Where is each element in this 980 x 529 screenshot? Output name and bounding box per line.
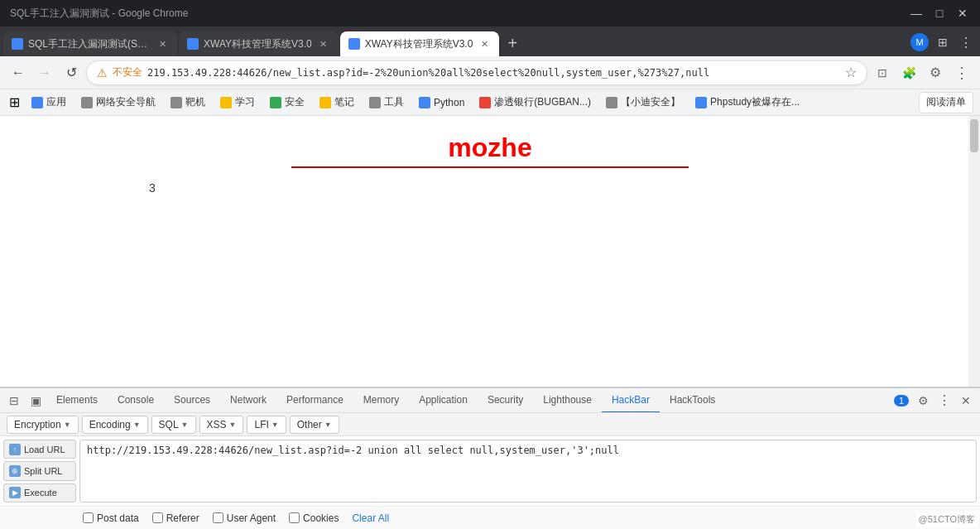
cookies-checkbox[interactable] <box>289 512 300 523</box>
tab-favicon-3 <box>348 38 360 50</box>
encryption-arrow-icon: ▼ <box>64 421 71 429</box>
lfi-label: LFI <box>254 419 268 430</box>
bookmark-favicon-8 <box>419 97 430 108</box>
bookmark-python[interactable]: Python <box>412 92 471 113</box>
sql-arrow-icon: ▼ <box>181 421 189 429</box>
tab-hacktools[interactable]: HackTools <box>660 388 725 413</box>
tab-elements[interactable]: Elements <box>46 388 108 413</box>
reading-list-button[interactable]: 阅读清单 <box>919 92 973 113</box>
extensions-button[interactable]: ⊞ <box>932 31 954 53</box>
watermark: @51CTO博客 <box>915 512 978 527</box>
bookmark-target[interactable]: 靶机 <box>164 92 212 113</box>
tab-close-1[interactable]: ✕ <box>156 37 169 50</box>
devtools-tab-bar: ⊟ ▣ Elements Console Sources Network Per… <box>0 388 980 413</box>
bookmark-tools[interactable]: 工具 <box>363 92 411 113</box>
tab-3[interactable]: XWAY科技管理系统V3.0 ✕ <box>340 31 500 56</box>
user-agent-checkbox-label[interactable]: User Agent <box>213 512 276 524</box>
encoding-menu-button[interactable]: Encoding ▼ <box>82 416 148 434</box>
security-warning-icon: ⚠ <box>97 66 108 79</box>
referer-label: Referer <box>166 512 199 524</box>
bookmark-star-button[interactable]: ☆ <box>845 65 857 80</box>
tab-sources[interactable]: Sources <box>164 388 220 413</box>
bookmark-bugban[interactable]: 渗透银行(BUGBAN...) <box>473 92 598 113</box>
maximize-button[interactable]: □ <box>929 2 950 24</box>
devtools-settings-button[interactable]: ⚙ <box>912 390 934 411</box>
encryption-menu-button[interactable]: Encryption ▼ <box>7 416 79 434</box>
bookmark-favicon-1 <box>31 97 43 108</box>
load-url-button[interactable]: ↑ Load URL <box>3 440 76 459</box>
bookmark-network[interactable]: 网络安全导航 <box>74 92 162 113</box>
tab-close-2[interactable]: ✕ <box>317 37 330 50</box>
bookmark-label-1: 应用 <box>46 95 66 109</box>
referer-checkbox[interactable] <box>152 512 163 523</box>
split-url-button[interactable]: ⊕ Split URL <box>3 461 76 480</box>
post-data-label: Post data <box>97 512 139 524</box>
scrollbar-thumb[interactable] <box>970 119 978 152</box>
bookmark-apps[interactable]: 应用 <box>25 92 73 113</box>
post-data-checkbox-label[interactable]: Post data <box>83 512 139 524</box>
settings-button[interactable]: ⚙ <box>924 61 947 84</box>
execute-button[interactable]: ▶ Execute <box>3 483 76 503</box>
user-agent-checkbox[interactable] <box>213 512 223 523</box>
panel-toggle-button[interactable]: ⊟ <box>3 390 25 411</box>
split-url-label: Split URL <box>24 466 62 476</box>
minimize-button[interactable]: — <box>906 2 927 24</box>
xss-menu-button[interactable]: XSS ▼ <box>199 416 244 434</box>
tab-2[interactable]: XWAY科技管理系统V3.0 ✕ <box>179 31 339 56</box>
tab-hackbar[interactable]: HackBar <box>602 388 660 413</box>
page-title: mozhe <box>448 132 531 163</box>
tab-1[interactable]: SQL手工注入漏洞测试(Sql Serve... ✕ <box>3 31 177 56</box>
encoding-label: Encoding <box>89 419 131 430</box>
bookmark-learn[interactable]: 学习 <box>214 92 262 113</box>
new-tab-button[interactable]: + <box>501 31 524 55</box>
bookmark-label-3: 靶机 <box>185 95 205 109</box>
tab-lighthouse[interactable]: Lighthouse <box>533 388 602 413</box>
bookmark-security[interactable]: 安全 <box>263 92 311 113</box>
tab-console[interactable]: Console <box>108 388 164 413</box>
address-bar: ← → ↺ ⚠ 不安全 219.153.49.228:44626/new_lis… <box>0 56 980 89</box>
more-menu-button[interactable]: ⋮ <box>950 61 973 84</box>
forward-button[interactable]: → <box>33 61 56 84</box>
encryption-label: Encryption <box>14 419 61 430</box>
page-title-underline <box>291 166 689 168</box>
panel-dock-button[interactable]: ▣ <box>25 390 46 411</box>
bookmark-favicon-7 <box>369 97 381 108</box>
hackbar-toolbar: Encryption ▼ Encoding ▼ SQL ▼ XSS ▼ LFI … <box>0 413 980 436</box>
bookmark-label-6: 笔记 <box>334 95 354 109</box>
bookmark-label-5: 安全 <box>285 95 305 109</box>
devtools-more-button[interactable]: ⋮ <box>934 390 955 411</box>
bookmark-favicon-2 <box>81 97 93 108</box>
bookmark-phpstudy[interactable]: Phpstudy被爆存在... <box>689 92 806 113</box>
lfi-menu-button[interactable]: LFI ▼ <box>247 416 286 434</box>
screen-cast-button[interactable]: ⊡ <box>871 61 894 84</box>
reload-button[interactable]: ↺ <box>60 61 83 84</box>
tab-performance[interactable]: Performance <box>276 388 353 413</box>
xss-arrow-icon: ▼ <box>229 421 237 429</box>
bookmark-notes[interactable]: 笔记 <box>313 92 361 113</box>
bookmark-xiaodi[interactable]: 【小迪安全】 <box>599 92 687 113</box>
hackbar-buttons-panel: ↑ Load URL ⊕ Split URL ▶ Execute <box>3 440 76 503</box>
post-data-checkbox[interactable] <box>83 512 94 523</box>
tab-title-1: SQL手工注入漏洞测试(Sql Serve... <box>28 37 151 51</box>
close-button[interactable]: ✕ <box>952 2 973 24</box>
tab-application[interactable]: Application <box>409 388 478 413</box>
cookies-checkbox-label[interactable]: Cookies <box>289 512 339 524</box>
devtools-close-button[interactable]: ✕ <box>955 390 977 411</box>
bookmark-label-4: 学习 <box>235 95 255 109</box>
extensions-icon-button[interactable]: 🧩 <box>897 61 920 84</box>
menu-button[interactable]: ⋮ <box>955 31 977 53</box>
other-menu-button[interactable]: Other ▼ <box>290 416 339 434</box>
tab-close-3[interactable]: ✕ <box>478 37 491 50</box>
hackbar-url-textarea[interactable]: http://219.153.49.228:44626/new_list.asp… <box>79 440 977 503</box>
scrollbar[interactable] <box>968 116 980 387</box>
bookmark-label-9: 渗透银行(BUGBAN...) <box>494 95 591 109</box>
sql-menu-button[interactable]: SQL ▼ <box>151 416 196 434</box>
profile-button[interactable]: M <box>909 31 930 53</box>
referer-checkbox-label[interactable]: Referer <box>152 512 199 524</box>
clear-all-button[interactable]: Clear All <box>352 512 389 524</box>
cookies-label: Cookies <box>303 512 339 524</box>
tab-security[interactable]: Security <box>478 388 533 413</box>
back-button[interactable]: ← <box>7 61 30 84</box>
tab-memory[interactable]: Memory <box>353 388 409 413</box>
tab-network[interactable]: Network <box>220 388 276 413</box>
